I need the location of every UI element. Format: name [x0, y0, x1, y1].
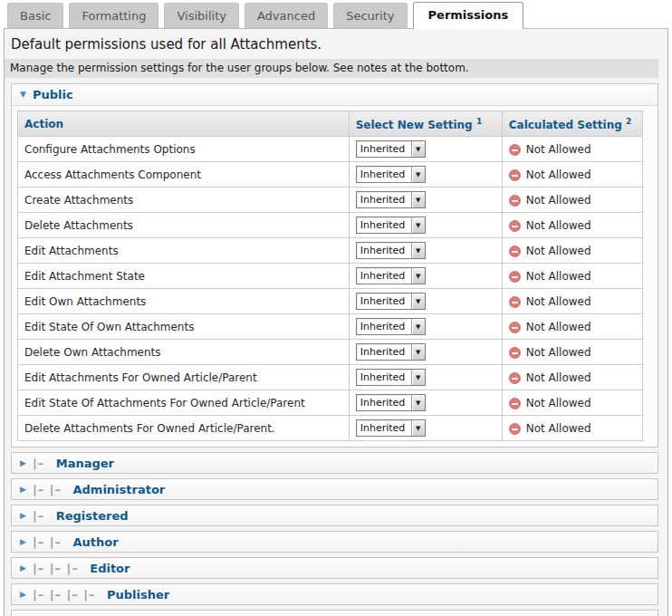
not-allowed-icon: [509, 423, 521, 435]
group-publisher: ▶ |– |– |– |– Publisher: [11, 583, 658, 605]
group-name: Administrator: [72, 483, 165, 496]
tab-visibility[interactable]: Visibility: [164, 3, 238, 28]
group-header-super-users[interactable]: ▶ |– Super Users: [12, 611, 658, 616]
select-arrow-icon: ▼: [411, 395, 425, 410]
calculated-setting-label: Not Allowed: [526, 371, 591, 384]
permission-row: Edit Attachment State Inherited▼ Not All…: [18, 264, 643, 289]
calculated-setting-label: Not Allowed: [526, 346, 591, 359]
group-header-public[interactable]: ▼ Public: [12, 84, 658, 106]
action-label: Delete Attachments: [18, 213, 350, 238]
notice-bar: Manage the permission settings for the u…: [5, 59, 658, 78]
action-label: Edit State Of Own Attachments: [18, 314, 350, 340]
group-name: Registered: [56, 509, 129, 523]
group-indent-prefix: |– |– |– |–: [33, 588, 101, 602]
tab-basic[interactable]: Basic: [7, 3, 63, 28]
tab-advanced[interactable]: Advanced: [245, 3, 328, 28]
calculated-setting-label: Not Allowed: [526, 295, 591, 308]
select-arrow-icon: ▼: [411, 268, 425, 284]
group-header-editor[interactable]: ▶ |– |– |– Editor: [12, 558, 658, 578]
group-indent-prefix: |–: [33, 457, 50, 470]
new-setting-select[interactable]: Inherited▼: [356, 394, 426, 411]
group-indent-prefix: |– |–: [33, 535, 67, 549]
permission-row: Delete Attachments Inherited▼ Not Allowe…: [18, 213, 643, 238]
tab-formatting[interactable]: Formatting: [69, 3, 158, 28]
chevron-right-icon: ▶: [20, 538, 26, 546]
new-setting-select[interactable]: Inherited▼: [356, 343, 426, 361]
footnote-ref-1: 1: [476, 117, 482, 126]
not-allowed-icon: [509, 296, 521, 308]
new-setting-select[interactable]: Inherited▼: [356, 419, 426, 437]
select-arrow-icon: ▼: [411, 294, 425, 309]
action-label: Edit Own Attachments: [18, 289, 350, 314]
not-allowed-icon: [509, 144, 521, 156]
tab-bar: Basic Formatting Visibility Advanced Sec…: [0, 0, 672, 28]
select-arrow-icon: ▼: [411, 344, 425, 360]
page-title: Default permissions used for all Attachm…: [11, 36, 658, 53]
calculated-setting-label: Not Allowed: [526, 422, 591, 435]
action-label: Edit Attachments: [18, 238, 350, 264]
new-setting-select[interactable]: Inherited▼: [356, 166, 426, 183]
calculated-setting-label: Not Allowed: [526, 397, 591, 409]
select-arrow-icon: ▼: [411, 217, 425, 233]
select-arrow-icon: ▼: [411, 243, 425, 258]
new-setting-select[interactable]: Inherited▼: [356, 191, 426, 208]
calculated-setting-label: Not Allowed: [526, 321, 591, 333]
chevron-down-icon: ▼: [20, 91, 26, 99]
new-setting-select[interactable]: Inherited▼: [356, 267, 426, 284]
select-arrow-icon: ▼: [411, 167, 425, 182]
group-header-author[interactable]: ▶ |– |– Author: [12, 532, 658, 552]
group-name: Publisher: [107, 588, 169, 602]
group-administrator: ▶ |– |– Administrator: [11, 478, 658, 500]
not-allowed-icon: [509, 398, 521, 409]
group-header-publisher[interactable]: ▶ |– |– |– |– Publisher: [12, 584, 658, 604]
action-label: Edit Attachments For Owned Article/Paren…: [18, 365, 350, 390]
group-header-administrator[interactable]: ▶ |– |– Administrator: [12, 479, 658, 499]
group-indent-prefix: |– |–: [33, 483, 67, 496]
permission-row: Access Attachments Component Inherited▼ …: [18, 162, 643, 188]
permission-row: Delete Attachments For Owned Article/Par…: [18, 416, 643, 441]
chevron-right-icon: ▶: [20, 459, 26, 467]
select-arrow-icon: ▼: [411, 370, 425, 385]
calculated-setting-label: Not Allowed: [526, 245, 591, 257]
group-indent-prefix: |– |– |–: [33, 562, 83, 575]
column-header-calculated-setting: Calculated Setting 2: [502, 111, 642, 137]
chevron-right-icon: ▶: [20, 564, 26, 573]
group-super-users: ▶ |– Super Users: [11, 610, 658, 616]
group-name: Manager: [56, 457, 114, 470]
new-setting-select[interactable]: Inherited▼: [356, 217, 426, 234]
group-author: ▶ |– |– Author: [11, 531, 658, 553]
not-allowed-icon: [509, 372, 521, 384]
not-allowed-icon: [509, 271, 521, 283]
group-registered: ▶ |– Registered: [11, 505, 658, 526]
calculated-setting-label: Not Allowed: [526, 194, 591, 207]
permission-row: Edit State Of Attachments For Owned Arti…: [18, 390, 643, 416]
group-manager: ▶ |– Manager: [11, 452, 658, 474]
action-label: Configure Attachments Options: [18, 137, 350, 162]
calculated-setting-label: Not Allowed: [526, 143, 591, 156]
group-indent-prefix: |–: [33, 509, 50, 523]
footnote-ref-2: 2: [626, 117, 631, 126]
not-allowed-icon: [509, 220, 521, 232]
new-setting-select[interactable]: Inherited▼: [356, 318, 426, 335]
select-arrow-icon: ▼: [411, 141, 425, 157]
new-setting-select[interactable]: Inherited▼: [356, 140, 426, 158]
not-allowed-icon: [509, 245, 521, 257]
group-name: Public: [33, 88, 73, 101]
column-header-select-new-setting: Select New Setting 1: [349, 111, 502, 137]
calculated-setting-label: Not Allowed: [526, 219, 591, 232]
permission-row: Configure Attachments Options Inherited▼…: [18, 137, 643, 162]
group-header-manager[interactable]: ▶ |– Manager: [12, 453, 658, 473]
calculated-setting-label: Not Allowed: [526, 168, 591, 181]
new-setting-select[interactable]: Inherited▼: [356, 293, 426, 310]
action-label: Delete Own Attachments: [18, 340, 350, 365]
tab-permissions[interactable]: Permissions: [413, 2, 524, 29]
table-header-row: Action Select New Setting 1 Calculated S…: [18, 111, 643, 137]
tab-security[interactable]: Security: [333, 3, 407, 28]
group-header-registered[interactable]: ▶ |– Registered: [12, 505, 658, 525]
new-setting-select[interactable]: Inherited▼: [356, 369, 426, 386]
new-setting-select[interactable]: Inherited▼: [356, 242, 426, 259]
action-label: Create Attachments: [18, 188, 350, 213]
not-allowed-icon: [509, 195, 521, 207]
chevron-right-icon: ▶: [20, 512, 26, 520]
permission-row: Edit State Of Own Attachments Inherited▼…: [18, 314, 643, 340]
